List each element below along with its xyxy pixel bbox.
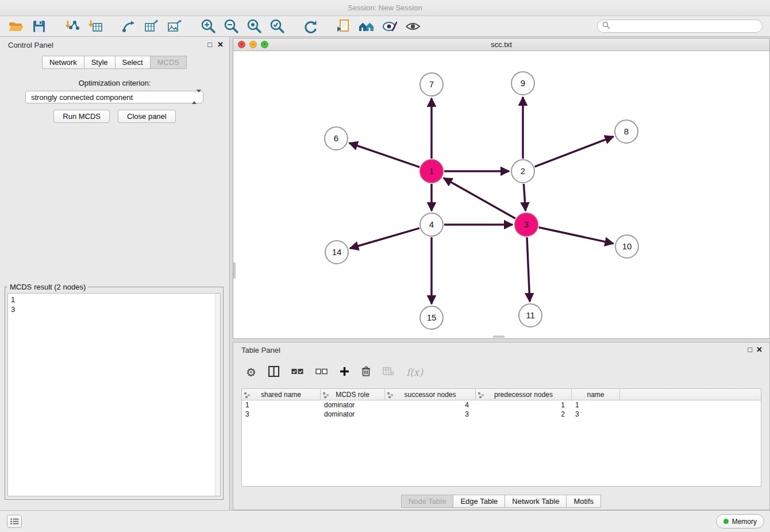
graph-edge-1-6[interactable] [349, 143, 420, 167]
cell-predecessor-nodes[interactable]: 1 [476, 400, 572, 410]
refresh-icon [303, 19, 318, 34]
table-panel-tabs: Node Table Edge Table Network Table Moti… [233, 495, 769, 508]
graph-edge-3-11[interactable] [527, 237, 530, 302]
delete-table-button[interactable] [383, 367, 394, 378]
float-table-panel-icon[interactable]: □ [748, 345, 752, 354]
close-table-panel-icon[interactable]: ✕ [756, 345, 763, 354]
add-column-button[interactable] [340, 367, 349, 379]
gear-icon: ⚙ [246, 367, 256, 378]
graph-edge-2-3[interactable] [523, 184, 525, 211]
network-edit-button[interactable] [117, 18, 140, 35]
network-window-titlebar[interactable]: × − + scc.txt [233, 38, 769, 51]
function-builder-button[interactable]: f(x) [406, 367, 423, 378]
zoom-fit-button[interactable] [242, 18, 265, 35]
tab-network-table[interactable]: Network Table [505, 495, 567, 508]
zoom-out-icon [224, 18, 239, 34]
status-bar: Memory [0, 510, 770, 532]
network-canvas[interactable]: 1234678910111415 [233, 51, 769, 339]
import-table-button[interactable] [84, 18, 107, 35]
paste-style-button[interactable] [332, 18, 355, 35]
graph-node-7[interactable]: 7 [420, 73, 443, 96]
memory-button[interactable]: Memory [716, 514, 764, 529]
close-window-icon[interactable]: × [238, 41, 245, 48]
tab-select[interactable]: Select [115, 56, 151, 69]
graph-node-4[interactable]: 4 [420, 213, 443, 236]
graph-node-15[interactable]: 15 [420, 306, 443, 329]
cell-mcds-role[interactable]: dominator [321, 410, 385, 419]
refresh-button[interactable] [299, 18, 322, 35]
close-panel-icon[interactable]: ✕ [217, 40, 224, 49]
minimize-window-icon[interactable]: − [249, 41, 257, 48]
select-all-columns-button[interactable] [291, 367, 303, 377]
cell-shared-name[interactable]: 3 [242, 410, 321, 419]
cell-name[interactable]: 3 [572, 410, 620, 419]
tab-style[interactable]: Style [84, 56, 116, 69]
result-scrollbar[interactable] [215, 294, 220, 496]
tab-network[interactable]: Network [42, 56, 84, 69]
cell-predecessor-nodes[interactable]: 2 [476, 410, 572, 419]
tab-node-table[interactable]: Node Table [401, 495, 454, 508]
graph-node-10[interactable]: 10 [615, 235, 638, 258]
graph-edge-3-10[interactable] [539, 228, 614, 244]
mcds-result-box[interactable]: 1 3 [7, 293, 221, 496]
window-titlebar[interactable]: Session: New Session [0, 0, 770, 16]
graph-node-2[interactable]: 2 [511, 160, 534, 183]
home-layout-button[interactable] [355, 18, 378, 35]
task-history-button[interactable] [7, 515, 22, 528]
maximize-window-icon[interactable]: + [261, 41, 268, 48]
canvas-horizontal-scrollbar[interactable] [493, 336, 505, 338]
table-row[interactable]: 3 dominator 3 2 3 [242, 410, 761, 419]
tab-motifs[interactable]: Motifs [566, 495, 601, 508]
optimization-criterion-dropdown[interactable]: strongly connected component [25, 91, 203, 103]
graph-edge-3-1[interactable] [444, 178, 515, 218]
show-hide-button[interactable] [401, 18, 424, 35]
export-table-button[interactable] [140, 18, 163, 35]
svg-text:8: 8 [624, 126, 629, 136]
table-settings-button[interactable]: ⚙ [246, 367, 256, 378]
cell-shared-name[interactable]: 1 [242, 400, 321, 410]
tab-edge-table[interactable]: Edge Table [453, 495, 505, 508]
search-input[interactable] [610, 22, 757, 30]
graph-node-6[interactable]: 6 [325, 127, 348, 150]
canvas-vertical-scrollbar[interactable] [233, 263, 236, 279]
column-header-shared-name[interactable]: shared name [242, 389, 321, 400]
graph-node-8[interactable]: 8 [615, 120, 638, 143]
cell-successor-nodes[interactable]: 3 [385, 410, 476, 419]
column-header-name[interactable]: name [572, 389, 620, 400]
close-panel-button[interactable]: Close panel [118, 110, 176, 123]
plus-icon [340, 367, 349, 379]
export-image-button[interactable] [163, 18, 186, 35]
delete-column-button[interactable] [361, 366, 371, 379]
float-panel-icon[interactable]: □ [207, 40, 212, 49]
cell-successor-nodes[interactable]: 4 [385, 400, 476, 410]
graph-node-11[interactable]: 11 [519, 304, 542, 327]
sort-icon [323, 392, 329, 400]
column-layout-button[interactable] [268, 366, 279, 379]
columns-icon [268, 366, 279, 379]
tab-mcds[interactable]: MCDS [150, 56, 187, 69]
search-box[interactable] [597, 20, 763, 33]
run-mcds-button[interactable]: Run MCDS [53, 110, 110, 123]
delete-table-icon [383, 367, 394, 378]
deselect-all-columns-button[interactable] [315, 367, 328, 377]
open-session-button[interactable] [5, 18, 28, 35]
graph-edge-4-14[interactable] [350, 228, 419, 248]
zoom-selected-button[interactable] [265, 18, 288, 35]
save-session-button[interactable] [28, 18, 51, 35]
zoom-in-button[interactable] [197, 18, 220, 35]
zoom-out-button[interactable] [220, 18, 242, 35]
graph-edge-2-8[interactable] [535, 137, 614, 167]
graph-node-1[interactable]: 1 [420, 160, 443, 183]
control-panel-tabs: Network Style Select MCDS [0, 56, 229, 69]
import-network-button[interactable] [61, 18, 84, 35]
cell-mcds-role[interactable]: dominator [321, 400, 385, 410]
column-header-mcds-role[interactable]: MCDS role [321, 389, 385, 400]
graph-node-3[interactable]: 3 [515, 213, 538, 236]
column-header-successor-nodes[interactable]: successor nodes [385, 389, 476, 400]
graph-node-14[interactable]: 14 [325, 241, 348, 264]
column-header-predecessor-nodes[interactable]: predecessor nodes [476, 389, 572, 400]
table-row[interactable]: 1 dominator 4 1 1 [242, 400, 761, 410]
visual-style-button[interactable] [378, 18, 401, 35]
cell-name[interactable]: 1 [572, 400, 620, 410]
graph-node-9[interactable]: 9 [511, 72, 534, 95]
